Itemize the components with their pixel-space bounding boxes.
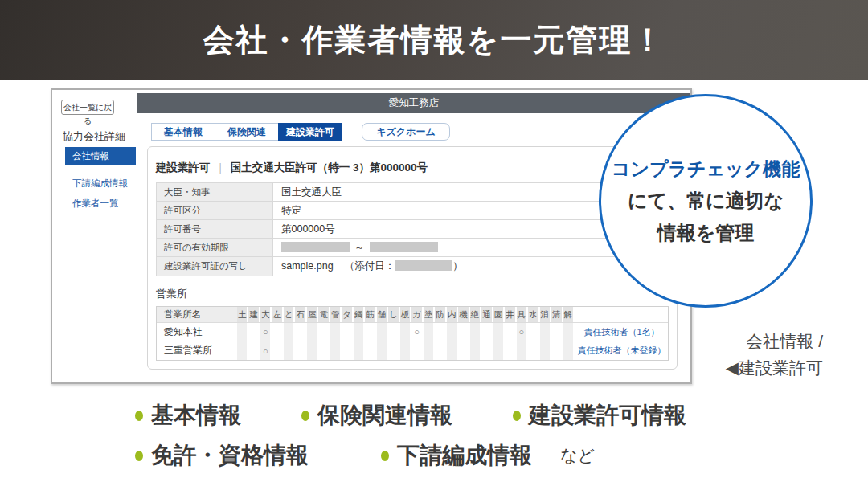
sidebar-item-worker-list[interactable]: 作業者一覧 — [65, 198, 119, 210]
kizuku-home-button[interactable]: キズクホーム — [362, 123, 450, 141]
permit-mark-cell — [248, 341, 260, 360]
divider: ｜ — [211, 161, 231, 174]
trade-column-header: 絶 — [470, 307, 481, 322]
redacted-value — [370, 242, 438, 252]
sidebar-item-subcontract-structure[interactable]: 下請編成情報 — [65, 178, 128, 190]
back-to-company-list-button[interactable]: 会社一覧に戻る — [61, 100, 114, 115]
permit-mark-cell — [295, 323, 306, 341]
table-row: 許可の有効期限 ～ — [157, 239, 668, 257]
bullet-dot-icon — [135, 411, 143, 421]
feature-item: 建設業許可情報 — [513, 400, 686, 431]
trade-column-header: 舗 — [377, 307, 388, 322]
trade-column-header: 消 — [540, 307, 551, 322]
permit-mark-cell — [493, 341, 505, 360]
banner-title: 会社・作業者情報を一元管理！ — [203, 18, 665, 62]
bullet-dot-icon — [381, 451, 389, 461]
permit-card: 建設業許可｜国土交通大臣許可（特一 3）第000000号 大臣・知事 国土交通大… — [147, 146, 678, 370]
permit-mark-cell — [493, 323, 505, 341]
trade-column-header: 電 — [318, 307, 330, 322]
responsible-engineer-link[interactable]: 責任技術者（1名） — [575, 323, 668, 341]
permit-mark-cell — [517, 341, 528, 360]
permit-mark-cell — [354, 341, 365, 360]
permit-mark-cell — [295, 341, 306, 360]
trade-column-header: ガ — [411, 307, 423, 322]
permit-mark-cell — [470, 341, 481, 360]
permit-mark-cell — [307, 341, 318, 360]
callout-text: にて、常に適切な — [628, 185, 784, 217]
permit-mark-cell — [481, 323, 493, 341]
permit-mark-cell — [505, 341, 516, 360]
bullet-dot-icon — [513, 411, 521, 421]
row-label: 許可の有効期限 — [157, 239, 273, 256]
trade-column-header: 内 — [447, 307, 458, 322]
callout-feature-name: コンプラチェック機能 — [612, 153, 800, 185]
permit-mark-cell — [388, 323, 399, 341]
permit-mark-cell: ○ — [411, 323, 423, 341]
permit-mark-cell — [365, 323, 376, 341]
app-screenshot: 会社一覧に戻る 協力会社詳細 会社情報 下請編成情報 作業者一覧 愛知工務店 基… — [51, 88, 692, 384]
permit-heading-value: 国土交通大臣許可（特一 3）第000000号 — [231, 161, 428, 174]
sidebar: 会社一覧に戻る 協力会社詳細 会社情報 下請編成情報 作業者一覧 — [52, 90, 137, 382]
office-row: 三重営業所○責任技術者（未登録） — [157, 341, 668, 360]
permit-mark-cell — [237, 341, 248, 360]
etc-label: など — [560, 444, 595, 467]
trade-column-header: し — [388, 307, 399, 322]
table-row: 建設業許可証の写し sample.png（添付日：） — [157, 257, 668, 276]
sidebar-heading: 協力会社詳細 — [63, 129, 125, 144]
permit-mark-cell — [470, 323, 481, 341]
trade-column-header: 板 — [400, 307, 411, 322]
trade-column-header: 具 — [517, 307, 528, 322]
trade-column-header: 塗 — [424, 307, 435, 322]
permit-mark-cell: ○ — [517, 323, 528, 341]
trade-column-header: 鋼 — [354, 307, 365, 322]
trade-column-header: タ — [342, 307, 353, 322]
bullet-dot-icon — [135, 451, 143, 461]
attach-date-suffix: ） — [452, 260, 463, 272]
permit-mark-cell — [330, 323, 342, 341]
trade-column-header: 土 — [237, 307, 248, 322]
permit-mark-cell — [563, 323, 575, 341]
feature-row: 免許・資格情報 下請編成情報など — [135, 440, 686, 471]
offices-section-title: 営業所 — [156, 287, 669, 301]
permit-table: 大臣・知事 国土交通大臣 許可区分 特定 許可番号 第000000号 許可の有効… — [156, 182, 669, 276]
trade-column-header: 大 — [260, 307, 272, 322]
permit-mark-cell — [528, 341, 539, 360]
permit-mark-cell — [318, 341, 330, 360]
permit-mark-cell — [377, 341, 388, 360]
tab-basic-info[interactable]: 基本情報 — [151, 123, 215, 141]
permit-mark-cell — [237, 323, 248, 341]
trade-column-header: 清 — [551, 307, 563, 322]
tab-construction-permit[interactable]: 建設業許可 — [278, 123, 342, 141]
permit-mark-cell — [424, 341, 435, 360]
permit-mark-cell — [447, 341, 458, 360]
attach-date-prefix: （添付日： — [345, 260, 395, 272]
row-label: 建設業許可証の写し — [157, 257, 273, 276]
permit-mark-cell — [435, 341, 446, 360]
row-label: 許可区分 — [157, 202, 273, 219]
permit-mark-cell — [400, 341, 411, 360]
range-separator: ～ — [350, 242, 370, 253]
engineer-link-header — [575, 307, 668, 322]
caption-line1: 会社情報 / — [726, 328, 823, 354]
offices-header-row: 営業所名土建大左と石屋電管タ鋼筋舗し板ガ塗防内機絶通園井具水消清解 — [157, 307, 668, 323]
permit-mark-cell — [528, 323, 539, 341]
compliance-callout-circle: コンプラチェック機能 にて、常に適切な 情報を管理 — [599, 94, 813, 308]
tab-insurance[interactable]: 保険関連 — [215, 123, 279, 141]
office-row: 愛知本社○○○責任技術者（1名） — [157, 323, 668, 341]
trade-column-header: 機 — [458, 307, 469, 322]
trade-column-header: 左 — [272, 307, 283, 322]
permit-mark-cell — [307, 323, 318, 341]
office-name: 愛知本社 — [157, 323, 237, 341]
sidebar-item-company-info[interactable]: 会社情報 — [65, 147, 136, 165]
permit-mark-cell — [342, 323, 353, 341]
permit-mark-cell — [377, 323, 388, 341]
tabs: 基本情報 保険関連 建設業許可 キズクホーム — [151, 123, 450, 141]
feature-item: 基本情報 — [135, 400, 241, 431]
trade-column-header: 石 — [295, 307, 306, 322]
bullet-dot-icon — [301, 411, 309, 421]
permit-mark-cell — [330, 341, 342, 360]
permit-mark-cell — [342, 341, 353, 360]
redacted-value — [395, 260, 452, 271]
responsible-engineer-link[interactable]: 責任技術者（未登録） — [575, 341, 668, 360]
offices-table: 営業所名土建大左と石屋電管タ鋼筋舗し板ガ塗防内機絶通園井具水消清解愛知本社○○○… — [156, 306, 669, 361]
